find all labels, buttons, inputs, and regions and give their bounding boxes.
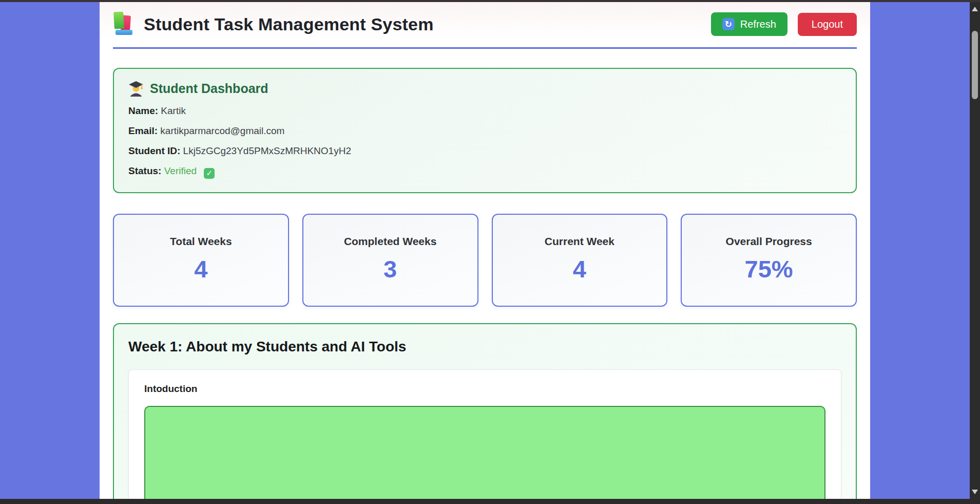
stat-card-current-week: Current Week 4 [492,214,668,307]
scrollbar-up-arrow-icon[interactable] [972,7,978,11]
field-name-value: Kartik [161,105,186,116]
check-icon: ✓ [204,168,215,179]
stat-value: 4 [493,255,667,283]
refresh-button-label: Refresh [740,18,776,30]
field-name: Name: Kartik [128,105,841,117]
field-status-label: Status: [128,165,161,176]
task-completed-box[interactable] [144,406,825,504]
dashboard-title: Student Dashboard [150,81,268,96]
task-card-introduction: Intoduction [128,369,841,504]
week-1-card: Week 1: About my Students and AI Tools I… [113,323,857,504]
task-label: Intoduction [144,383,825,395]
refresh-button[interactable]: ↻ Refresh [711,12,787,36]
books-icon [113,11,137,37]
field-email: Email: kartikparmarcod@gmail.com [128,125,841,137]
field-student-id: Student ID: Lkj5zGCg23Yd5PMxSzMRHKNO1yH2 [128,145,841,157]
window-bottom-edge [0,499,980,504]
app-brand: Student Task Management System [113,11,434,37]
stat-label: Overall Progress [682,235,856,248]
stat-card-total-weeks: Total Weeks 4 [113,214,289,307]
graduate-icon [128,80,144,97]
window-top-edge [0,0,980,2]
week-1-title: Week 1: About my Students and AI Tools [128,339,841,355]
field-email-value: kartikparmarcod@gmail.com [160,125,284,136]
book-blue-shape [116,30,132,35]
field-student-id-label: Student ID: [128,145,180,156]
scrollbar-thumb[interactable] [972,31,978,99]
stat-card-overall-progress: Overall Progress 75% [681,214,857,307]
book-green-shape [113,12,124,29]
stat-card-completed-weeks: Completed Weeks 3 [302,214,478,307]
field-name-label: Name: [128,105,158,116]
stat-value: 4 [114,255,288,283]
main-content: Student Task Management System ↻ Refresh… [100,2,870,504]
logout-button[interactable]: Logout [798,13,857,36]
field-student-id-value: Lkj5zGCg23Yd5PMxSzMRHKNO1yH2 [183,145,351,156]
stats-row: Total Weeks 4 Completed Weeks 3 Current … [113,214,857,307]
stat-label: Current Week [493,235,667,248]
dashboard-title-row: Student Dashboard [128,80,841,97]
field-status-value: Verified [164,165,197,176]
app-header: Student Task Management System ↻ Refresh… [113,2,857,49]
page-title: Student Task Management System [144,14,434,34]
stat-label: Completed Weeks [303,235,477,248]
field-status: Status: Verified ✓ [128,165,841,179]
stat-value: 75% [682,255,856,283]
logout-button-label: Logout [812,18,843,30]
student-dashboard-card: Student Dashboard Name: Kartik Email: ka… [113,68,857,193]
stat-value: 3 [303,255,477,283]
refresh-icon: ↻ [722,18,735,30]
field-email-label: Email: [128,125,158,136]
scrollbar-down-arrow-icon[interactable] [972,490,978,494]
header-actions: ↻ Refresh Logout [711,12,857,36]
vertical-scrollbar[interactable] [970,2,980,499]
stat-label: Total Weeks [114,235,288,248]
